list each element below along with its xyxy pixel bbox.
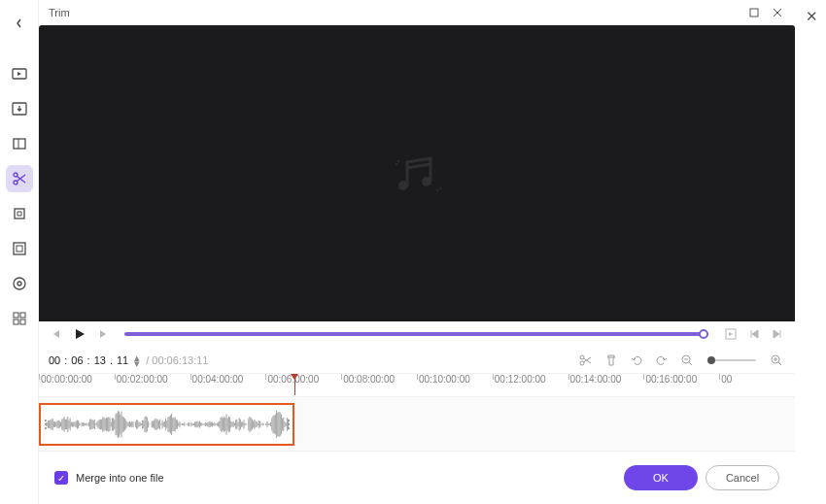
svg-rect-7 [17,246,22,252]
crop-icon [12,206,27,221]
skip-start-icon [748,328,760,340]
svg-rect-11 [20,313,25,318]
tool-download[interactable] [6,95,33,122]
ruler-tick: 00:08:00:00 [341,374,417,396]
undo-icon [630,353,643,367]
tool-grid[interactable] [6,305,33,332]
fullscreen-icon [725,328,737,340]
time-stepper[interactable]: ▴ ▾ [134,354,140,366]
time-ff: 11 [117,354,128,366]
tool-trim[interactable] [6,165,33,192]
zoom-thumb[interactable] [707,356,715,364]
tool-watermark[interactable] [6,270,33,297]
svg-rect-6 [14,243,25,254]
svg-point-4 [14,181,17,185]
merge-label: Merge into one file [76,472,164,484]
dialog-title: Trim [45,7,742,18]
trim-handle-left[interactable] [43,405,48,444]
target-icon [12,276,27,291]
grid-icon [12,311,27,326]
trim-dialog: Trim 00: 06 [39,0,795,504]
dialog-close-button[interactable] [766,3,789,22]
timeline-ruler[interactable]: 00:00:00:0000:02:00:0000:04:00:0000:06:0… [39,374,795,397]
time-ss: 13 [94,354,106,366]
download-icon [12,101,27,117]
tool-effects[interactable] [6,235,33,262]
fullscreen-button[interactable] [723,326,739,342]
svg-rect-14 [750,9,758,17]
undo-button[interactable] [628,352,645,369]
app-close-button[interactable]: ✕ [806,8,818,25]
preview-area [39,25,795,321]
cancel-button[interactable]: Cancel [706,465,779,490]
time-total: / 00:06:13:11 [146,354,208,366]
ok-button[interactable]: OK [624,465,698,490]
tool-compress[interactable] [6,130,33,157]
svg-point-3 [14,173,17,177]
go-start-button[interactable] [746,326,762,342]
cut-button[interactable] [577,352,595,369]
time-input[interactable]: 00: 06: 13. 11 [49,354,128,366]
trim-handle-right[interactable] [286,405,291,444]
progress-fill [124,332,704,336]
media-icon [12,66,27,82]
play-button[interactable] [72,326,87,342]
ruler-tick: 00:00:00:00 [39,374,115,396]
scissors-icon [579,353,593,367]
step-forward-icon [98,329,108,339]
trim-toolbar: 00: 06: 13. 11 ▴ ▾ / 00:06:13:11 [39,347,795,374]
playback-controls [39,321,795,347]
time-mm: 06 [71,354,83,366]
maximize-icon [749,8,759,17]
zoom-slider[interactable] [707,359,756,361]
trash-icon [604,353,618,367]
playhead[interactable] [294,374,295,395]
progress-thumb[interactable] [699,329,708,339]
ruler-tick: 00:12:00:00 [493,374,568,396]
zoom-in-button[interactable] [768,352,785,369]
ruler-tick: 00:02:00:00 [115,374,190,396]
svg-point-9 [17,282,21,286]
time-input-group: 00: 06: 13. 11 ▴ ▾ / 00:06:13:11 [49,354,208,366]
waveform-track[interactable] [39,397,795,452]
svg-point-16 [422,177,431,186]
waveform-icon [46,407,289,442]
ruler-tick: 00:10:00:00 [417,374,493,396]
back-button[interactable] [6,10,33,37]
timeline-ruler-wrap: 00:00:00:0000:02:00:0000:04:00:0000:06:0… [39,374,795,397]
dialog-titlebar: Trim [39,0,795,25]
ruler-tick: 00 [719,374,795,396]
skip-end-icon [772,328,783,340]
progress-bar[interactable] [124,332,709,336]
stepper-down-icon: ▾ [134,360,140,366]
zoom-out-button[interactable] [678,352,696,369]
go-end-button[interactable] [770,326,785,342]
ruler-tick: 00:04:00:00 [190,374,266,396]
ruler-tick: 00:06:00:00 [265,374,341,396]
effects-icon [12,241,27,256]
zoom-in-icon [770,353,783,367]
trim-segment[interactable] [39,403,294,446]
ruler-tick: 00:14:00:00 [568,374,644,396]
svg-rect-2 [14,139,25,149]
compress-icon [12,136,27,151]
redo-icon [655,353,669,367]
ruler-tick: 00:16:00:00 [643,374,719,396]
maximize-button[interactable] [742,3,766,22]
tool-media[interactable] [6,60,33,87]
redo-button[interactable] [653,352,671,369]
music-note-icon [386,143,448,205]
play-icon [74,328,86,340]
next-frame-button[interactable] [95,326,111,342]
svg-point-15 [398,181,408,190]
merge-checkbox[interactable]: ✓ [54,471,68,485]
chevron-left-icon [15,18,24,28]
scissors-icon [12,171,27,186]
delete-button[interactable] [602,352,620,369]
step-back-icon [52,329,61,339]
prev-frame-button[interactable] [49,326,64,342]
tool-crop[interactable] [6,200,33,227]
svg-point-8 [14,278,25,289]
time-hh: 00 [49,354,60,366]
svg-rect-13 [20,319,25,324]
